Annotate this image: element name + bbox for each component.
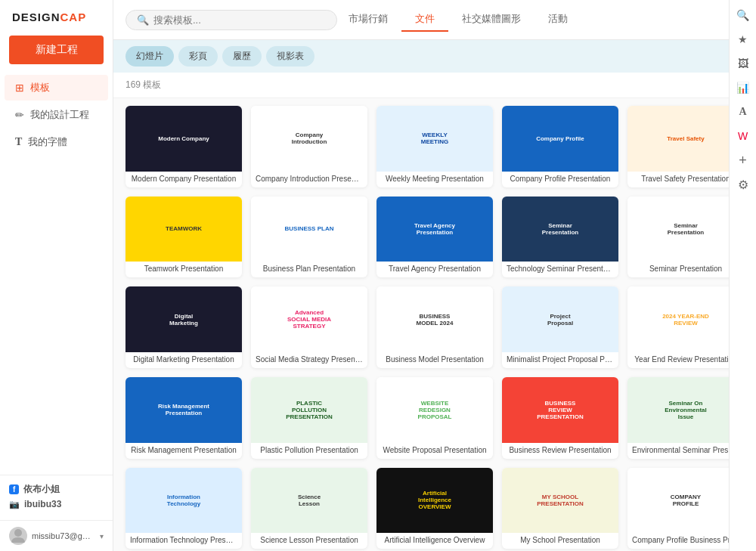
template-card[interactable]: TEAMWORK Teamwork Presentation xyxy=(125,197,242,278)
template-grid: Modern Company Modern Company Presentati… xyxy=(125,106,744,551)
card-label: Social Media Strategy Presentation xyxy=(251,352,367,368)
tab-activity[interactable]: 活動 xyxy=(534,8,581,32)
logo-accent: CAP xyxy=(60,11,87,23)
new-project-button[interactable]: 新建工程 xyxy=(9,36,104,64)
template-count: 169 模板 xyxy=(125,79,161,90)
search-input[interactable] xyxy=(153,14,320,26)
card-label: Weekly Meeting Presentation xyxy=(376,172,493,187)
sidebar-item-my-projects[interactable]: ✏ 我的設計工程 xyxy=(5,102,108,128)
card-label: Information Technology Presentation xyxy=(125,533,242,549)
sub-tab-video[interactable]: 視影表 xyxy=(266,46,314,67)
card-label: Travel Agency Presentation xyxy=(376,262,493,277)
card-label: Business Model Presentation xyxy=(376,352,493,368)
sidebar-label-templates: 模板 xyxy=(30,81,50,94)
text-icon[interactable]: A xyxy=(733,101,754,122)
template-card[interactable]: WEBSITE REDESIGN PROPOSAL Website Propos… xyxy=(376,377,493,459)
card-label: Seminar Presentation xyxy=(627,262,744,277)
template-card[interactable]: COMPANY PROFILE Company Profile Business… xyxy=(627,468,744,549)
right-icon-bar: 🔍 ★ 🖼 📊 A W + ⚙ xyxy=(729,0,756,551)
logo: DESIGNCAP xyxy=(0,0,113,31)
template-card[interactable]: Company Introduction Company Introductio… xyxy=(251,106,367,187)
facebook-icon: f xyxy=(9,484,19,494)
card-label: Company Introduction Presentation xyxy=(251,172,367,187)
image-icon[interactable]: 🖼 xyxy=(733,53,754,74)
template-card[interactable]: BUSINESS REVIEW PRESENTATION Business Re… xyxy=(502,377,618,459)
sidebar-label-my-fonts: 我的字體 xyxy=(28,135,67,149)
card-label: Artificial Intelligence Overview xyxy=(376,533,493,549)
instagram-icon: 📷 xyxy=(9,500,20,509)
card-label: My School Presentation xyxy=(502,533,618,549)
sub-tab-resume[interactable]: 履歷 xyxy=(222,46,262,67)
templates-icon: ⊞ xyxy=(15,82,24,94)
settings-icon[interactable]: ⚙ xyxy=(733,174,754,195)
card-label: Risk Management Presentation xyxy=(125,443,242,459)
topbar: 🔍 熱門 市場行銷 文件 社交媒體圖形 活動 xyxy=(113,0,756,40)
template-card[interactable]: Seminar On Environmental Issue Environme… xyxy=(627,377,744,459)
card-label: Environmental Seminar Presentation xyxy=(627,443,744,459)
card-label: Website Proposal Presentation xyxy=(376,443,493,459)
chevron-down-icon: ▾ xyxy=(100,532,104,540)
sidebar-item-my-fonts[interactable]: T 我的字體 xyxy=(5,129,108,155)
card-label: Technology Seminar Presentation xyxy=(502,262,618,277)
sub-tab-slideshow[interactable]: 幻燈片 xyxy=(125,46,174,67)
user-email: missibu73@gmai... xyxy=(32,531,95,540)
sidebar-nav: ⊞ 模板 ✏ 我的設計工程 T 我的字體 xyxy=(0,75,113,163)
svg-point-0 xyxy=(14,529,22,537)
card-label: Plastic Pollution Presentation xyxy=(251,443,367,459)
card-label: Travel Safety Presentation xyxy=(627,172,744,187)
main-content: 🔍 熱門 市場行銷 文件 社交媒體圖形 活動 幻燈片 彩頁 履歷 視影表 169… xyxy=(113,0,756,551)
card-label: Year End Review Presentation xyxy=(627,352,744,368)
template-card[interactable]: Advanced SOCIAL MEDIA STRATEGY Social Me… xyxy=(251,286,367,368)
sidebar-bottom: f 依布小姐 📷 ibuibu33 xyxy=(0,475,113,520)
card-label: Minimalist Project Proposal Presentation xyxy=(502,352,618,368)
tab-marketing[interactable]: 市場行銷 xyxy=(335,8,401,32)
grid-container: Modern Company Modern Company Presentati… xyxy=(113,98,756,551)
template-card[interactable]: Project Proposal Minimalist Project Prop… xyxy=(502,286,618,368)
tab-social[interactable]: 社交媒體圖形 xyxy=(448,8,534,32)
star-icon[interactable]: ★ xyxy=(733,29,754,50)
card-label: Digital Marketing Presentation xyxy=(125,352,242,368)
card-label: Company Profile Business Presentation xyxy=(627,533,744,549)
card-label: Modern Company Presentation xyxy=(125,172,242,187)
tab-document[interactable]: 文件 xyxy=(401,8,448,32)
card-label: Company Profile Presentation xyxy=(502,172,618,187)
card-label: Business Plan Presentation xyxy=(251,262,367,277)
template-card[interactable]: Science Lesson Science Lesson Presentati… xyxy=(251,468,367,549)
template-card[interactable]: Artificial Intelligence OVERVIEW Artific… xyxy=(376,468,493,549)
facebook-handle: 依布小姐 xyxy=(23,483,60,496)
avatar xyxy=(9,527,27,545)
sidebar: DESIGNCAP 新建工程 ⊞ 模板 ✏ 我的設計工程 T 我的字體 f 依布… xyxy=(0,0,113,551)
template-card[interactable]: WEEKLY MEETING Weekly Meeting Presentati… xyxy=(376,106,493,187)
office-icon[interactable]: W xyxy=(733,125,754,147)
search-box[interactable]: 🔍 xyxy=(125,10,337,30)
search-icon: 🔍 xyxy=(137,14,149,26)
template-card[interactable]: Seminar Presentation Technology Seminar … xyxy=(502,197,618,278)
user-bar[interactable]: missibu73@gmai... ▾ xyxy=(0,520,113,551)
template-card[interactable]: Information Technology Information Techn… xyxy=(125,468,242,549)
card-label: Science Lesson Presentation xyxy=(251,533,367,549)
sub-tab-proposal[interactable]: 彩頁 xyxy=(178,46,218,67)
sidebar-label-my-projects: 我的設計工程 xyxy=(30,108,89,122)
sidebar-item-templates[interactable]: ⊞ 模板 xyxy=(5,75,108,101)
template-card[interactable]: Company Profile Company Profile Presenta… xyxy=(502,106,618,187)
template-card[interactable]: MY SCHOOL PRESENTATION My School Present… xyxy=(502,468,618,549)
search-right-icon[interactable]: 🔍 xyxy=(733,5,754,26)
template-card[interactable]: Modern Company Modern Company Presentati… xyxy=(125,106,242,187)
count-bar: 169 模板 xyxy=(113,73,756,98)
template-card[interactable]: Seminar Presentation Seminar Presentatio… xyxy=(627,197,744,278)
card-label: Business Review Presentation xyxy=(502,443,618,459)
template-card[interactable]: Travel Agency Presentation Travel Agency… xyxy=(376,197,493,278)
chart-icon[interactable]: 📊 xyxy=(733,77,754,98)
instagram-handle: ibuibu33 xyxy=(24,499,61,509)
my-projects-icon: ✏ xyxy=(15,109,24,121)
template-card[interactable]: Digital Marketing Digital Marketing Pres… xyxy=(125,286,242,368)
template-card[interactable]: BUSINESS MODEL 2024 Business Model Prese… xyxy=(376,286,493,368)
plus-icon[interactable]: + xyxy=(733,150,754,171)
template-card[interactable]: BUSINESS PLAN Business Plan Presentation xyxy=(251,197,367,278)
sub-tabs: 幻燈片 彩頁 履歷 視影表 xyxy=(113,40,756,73)
card-label: Teamwork Presentation xyxy=(125,262,242,277)
template-card[interactable]: Risk Management Presentation Risk Manage… xyxy=(125,377,242,459)
template-card[interactable]: 2024 YEAR-END REVIEW Year End Review Pre… xyxy=(627,286,744,368)
template-card[interactable]: PLASTIC POLLUTION PRESENTATION Plastic P… xyxy=(251,377,367,459)
template-card[interactable]: Travel Safety Travel Safety Presentation xyxy=(627,106,744,187)
